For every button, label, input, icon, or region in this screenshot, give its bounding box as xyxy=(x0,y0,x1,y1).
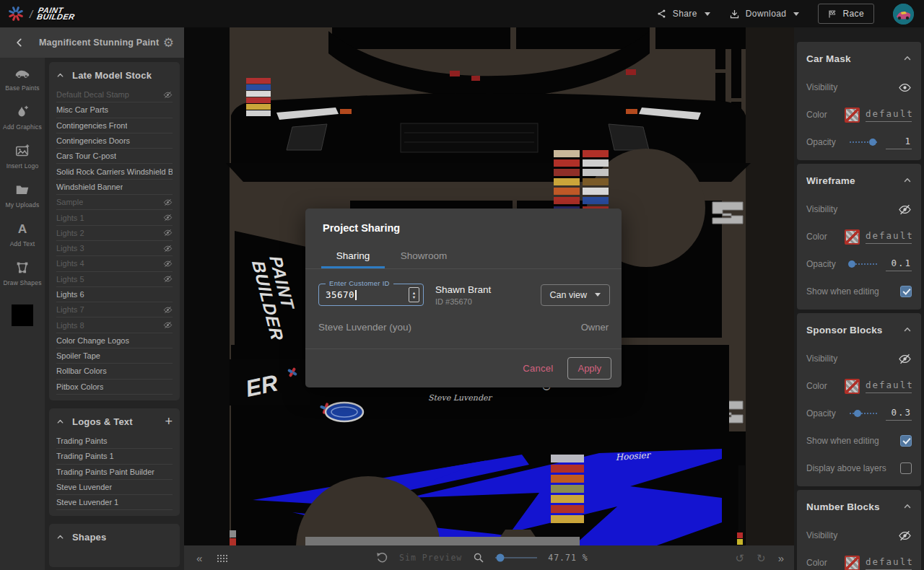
layer-item[interactable]: Rollbar Colors xyxy=(56,364,173,379)
checkbox-unchecked[interactable] xyxy=(900,462,912,474)
color-swatch[interactable] xyxy=(845,379,860,394)
layer-item[interactable]: Windshield Banner xyxy=(56,180,173,195)
hidden-eye-icon[interactable] xyxy=(163,228,173,237)
opacity-slider-thumb[interactable] xyxy=(848,260,855,268)
number-spinner[interactable]: ▲ ▼ xyxy=(409,287,419,302)
layer-item-label: Lights 5 xyxy=(56,275,84,284)
opacity-slider[interactable] xyxy=(850,260,877,268)
layer-item[interactable]: Misc Car Parts xyxy=(56,102,173,118)
layer-item[interactable]: Trading Paints Paint Builder xyxy=(56,465,173,480)
hidden-eye-icon[interactable] xyxy=(163,305,173,315)
brand[interactable]: / PAINT BUILDER xyxy=(0,5,76,22)
undo-icon[interactable]: ↺ xyxy=(736,553,745,564)
apply-button[interactable]: Apply xyxy=(567,357,611,380)
layer-item[interactable]: Contingencies Front xyxy=(56,118,173,133)
layer-item[interactable]: Contingencies Doors xyxy=(56,133,173,149)
opacity-value[interactable]: 0.1 xyxy=(886,258,912,271)
redo-icon[interactable]: ↻ xyxy=(757,553,766,564)
hidden-eye-icon[interactable] xyxy=(898,203,912,216)
layer-item[interactable]: Pitbox Colors xyxy=(56,380,173,395)
hidden-eye-icon[interactable] xyxy=(163,244,173,253)
layer-item[interactable]: Spoiler Tape xyxy=(56,348,173,364)
right-sidebar: Car MaskVisibilityColordefaultOpacity1Wi… xyxy=(794,27,924,570)
tab-sharing[interactable]: Sharing xyxy=(321,244,385,268)
layer-item[interactable]: Trading Paints xyxy=(56,434,173,449)
layer-item[interactable]: Color Change Logos xyxy=(56,333,173,348)
layer-item[interactable]: Lights 3 xyxy=(56,241,173,256)
customer-id-input[interactable]: Enter Customer ID 35670 ▲ ▼ xyxy=(318,284,424,306)
checkbox-checked[interactable] xyxy=(900,435,912,447)
color-swatch[interactable] xyxy=(845,556,860,570)
opacity-slider[interactable] xyxy=(850,409,877,418)
download-button[interactable]: Download xyxy=(729,9,800,19)
rail-item-draw-shapes[interactable]: Draw Shapes xyxy=(3,260,41,286)
layer-item[interactable]: Trading Paints 1 xyxy=(56,449,173,464)
collapse-left-panel-icon[interactable]: « xyxy=(196,553,202,564)
opacity-value[interactable]: 1 xyxy=(886,136,912,149)
layer-item[interactable]: Lights 8 xyxy=(56,317,173,333)
sim-preview-label[interactable]: Sim Preview xyxy=(399,553,462,563)
rail-item-add-text[interactable]: A Add Text xyxy=(10,221,35,247)
chevron-up-icon[interactable] xyxy=(903,502,912,511)
grid-toggle-icon[interactable] xyxy=(217,554,228,562)
add-layer-icon[interactable]: + xyxy=(165,415,173,428)
hidden-eye-icon[interactable] xyxy=(163,90,173,100)
color-swatch[interactable] xyxy=(845,108,860,123)
layer-item[interactable]: Sample xyxy=(56,195,173,210)
chevron-up-icon[interactable] xyxy=(903,176,912,185)
hidden-eye-icon[interactable] xyxy=(163,259,173,268)
zoom-magnifier-icon[interactable] xyxy=(473,552,484,564)
layer-item[interactable]: Lights 7 xyxy=(56,302,173,317)
hidden-eye-icon[interactable] xyxy=(163,320,173,330)
current-color-swatch[interactable] xyxy=(12,304,33,326)
hidden-eye-icon[interactable] xyxy=(163,274,173,284)
layer-item[interactable]: Steve Luvender 1 xyxy=(56,495,173,510)
back-chevron-icon[interactable] xyxy=(14,38,25,48)
color-value[interactable]: default xyxy=(866,230,912,244)
layer-item[interactable]: Lights 2 xyxy=(56,226,173,241)
zoom-slider-thumb[interactable] xyxy=(497,554,505,562)
opacity-value[interactable]: 0.3 xyxy=(886,407,912,421)
layer-item[interactable]: Lights 4 xyxy=(56,256,173,271)
visible-eye-icon[interactable] xyxy=(898,81,912,95)
opacity-slider-thumb[interactable] xyxy=(854,410,861,417)
section-header[interactable]: Late Model Stock xyxy=(56,63,173,87)
section-header[interactable]: Shapes xyxy=(56,525,173,549)
cancel-button[interactable]: Cancel xyxy=(523,363,553,374)
layer-item[interactable]: Lights 1 xyxy=(56,210,173,225)
layer-item[interactable]: Lights 5 xyxy=(56,272,173,287)
hidden-eye-icon[interactable] xyxy=(163,213,173,222)
opacity-slider[interactable] xyxy=(850,138,877,146)
layer-item[interactable]: Solid Rock Carriers Windshield Ban... xyxy=(56,164,173,179)
chevron-up-icon[interactable] xyxy=(903,325,912,334)
rail-item-insert-logo[interactable]: Insert Logo xyxy=(6,143,39,170)
checkbox-checked[interactable] xyxy=(900,286,912,297)
layer-item[interactable]: Lights 6 xyxy=(56,287,173,302)
spinner-down-icon[interactable]: ▼ xyxy=(412,295,416,299)
collapse-right-panel-icon[interactable]: » xyxy=(778,553,784,564)
avatar[interactable] xyxy=(893,4,914,25)
hidden-eye-icon[interactable] xyxy=(898,352,912,366)
race-button[interactable]: Race xyxy=(818,4,874,24)
color-value[interactable]: default xyxy=(866,380,912,393)
section-header[interactable]: Logos & Text + xyxy=(56,410,173,434)
color-swatch[interactable] xyxy=(845,229,860,245)
reset-rotation-icon[interactable] xyxy=(375,551,388,564)
rail-item-base-paints[interactable]: Base Paints xyxy=(5,65,40,92)
layer-item[interactable]: Cars Tour C-post xyxy=(56,149,173,164)
hidden-eye-icon[interactable] xyxy=(163,198,173,207)
color-value[interactable]: default xyxy=(866,108,912,122)
rail-item-add-graphics[interactable]: Add Graphics xyxy=(3,104,42,131)
hidden-eye-icon[interactable] xyxy=(898,529,912,543)
color-value[interactable]: default xyxy=(866,556,912,570)
rail-item-my-uploads[interactable]: My Uploads xyxy=(6,182,40,209)
chevron-up-icon[interactable] xyxy=(903,54,912,63)
opacity-slider-thumb[interactable] xyxy=(869,139,876,146)
layer-item[interactable]: Default Decal Stamp xyxy=(56,87,173,102)
tab-showroom[interactable]: Showroom xyxy=(392,244,456,268)
share-button[interactable]: Share xyxy=(657,9,710,19)
gear-icon[interactable]: ⚙ xyxy=(163,37,174,49)
zoom-slider[interactable] xyxy=(495,553,537,562)
layer-item[interactable]: Steve Luvender xyxy=(56,480,173,495)
permission-dropdown[interactable]: Can view xyxy=(541,284,610,306)
